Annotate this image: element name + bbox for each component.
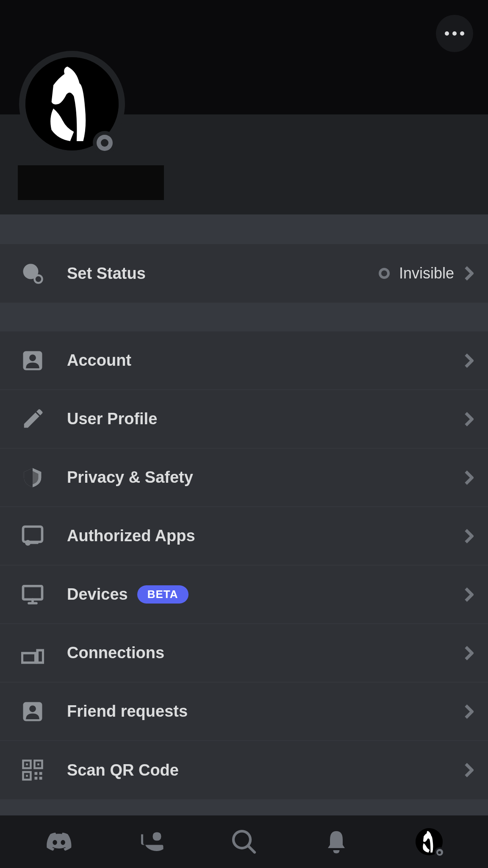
apps-icon <box>21 525 44 548</box>
chevron-right-icon <box>463 705 475 718</box>
account-icon <box>21 349 44 372</box>
more-icon <box>445 31 449 36</box>
nav-profile-button[interactable] <box>414 827 444 857</box>
list-item-label: Friend requests <box>67 702 463 721</box>
svg-point-12 <box>29 705 36 712</box>
list-item-label: Privacy & Safety <box>67 468 463 487</box>
nav-status-indicator <box>435 847 445 857</box>
connections-row[interactable]: Connections <box>0 624 488 682</box>
svg-rect-18 <box>26 775 28 777</box>
status-icon <box>21 262 44 285</box>
user-profile-row[interactable]: User Profile <box>0 390 488 448</box>
svg-rect-20 <box>39 772 42 775</box>
set-status-label: Set Status <box>67 264 379 283</box>
privacy-safety-row[interactable]: Privacy & Safety <box>0 448 488 507</box>
nav-home-button[interactable] <box>44 827 74 857</box>
user-settings-section: Account User Profile Privacy & Safety Au… <box>0 331 488 799</box>
more-options-button[interactable] <box>436 15 473 52</box>
pencil-icon <box>21 408 44 431</box>
list-item-label: User Profile <box>67 410 463 428</box>
bottom-nav <box>0 815 488 868</box>
svg-rect-6 <box>23 526 42 542</box>
svg-rect-14 <box>26 763 28 765</box>
nav-search-button[interactable] <box>229 827 259 857</box>
list-item-label: Account <box>67 351 463 370</box>
profile-header <box>0 114 488 214</box>
account-row[interactable]: Account <box>0 331 488 390</box>
beta-badge: BETA <box>137 585 189 604</box>
svg-rect-21 <box>35 777 38 780</box>
connections-icon <box>21 642 44 665</box>
avatar-container[interactable] <box>19 51 125 157</box>
svg-rect-10 <box>37 650 43 662</box>
svg-rect-9 <box>22 653 36 663</box>
list-item-label: Devices <box>67 585 128 604</box>
set-status-row[interactable]: Set Status Invisible <box>0 244 488 303</box>
status-value-text: Invisible <box>399 264 454 282</box>
chevron-right-icon <box>463 413 475 426</box>
nav-notifications-button[interactable] <box>322 827 351 857</box>
chevron-right-icon <box>463 267 475 280</box>
svg-rect-19 <box>35 772 38 775</box>
list-item-label: Scan QR Code <box>67 761 463 779</box>
shield-icon <box>21 466 44 489</box>
status-indicator-offline <box>93 131 116 155</box>
svg-rect-22 <box>39 777 42 780</box>
monitor-icon <box>21 583 44 606</box>
chevron-right-icon <box>463 764 475 776</box>
friend-requests-row[interactable]: Friend requests <box>0 682 488 741</box>
scan-qr-row[interactable]: Scan QR Code <box>0 741 488 799</box>
svg-rect-8 <box>23 586 42 599</box>
invisible-status-icon <box>379 268 390 279</box>
svg-point-5 <box>29 354 36 361</box>
authorized-apps-row[interactable]: Authorized Apps <box>0 507 488 565</box>
section-spacer <box>0 799 488 812</box>
list-item-label: Authorized Apps <box>67 527 463 545</box>
chevron-right-icon <box>463 647 475 659</box>
section-spacer <box>0 303 488 331</box>
chevron-right-icon <box>463 471 475 484</box>
devices-row[interactable]: Devices BETA <box>0 565 488 624</box>
chevron-right-icon <box>463 530 475 542</box>
nav-friends-button[interactable] <box>137 827 166 857</box>
username-redacted <box>18 165 164 200</box>
svg-point-3 <box>36 276 42 282</box>
svg-rect-16 <box>37 763 39 765</box>
chevron-right-icon <box>463 354 475 367</box>
friend-icon <box>21 700 44 723</box>
qr-code-icon <box>21 759 44 782</box>
chevron-right-icon <box>463 588 475 601</box>
list-item-label: Connections <box>67 644 463 662</box>
section-spacer <box>0 214 488 244</box>
status-value: Invisible <box>379 264 454 282</box>
status-section: Set Status Invisible <box>0 244 488 303</box>
